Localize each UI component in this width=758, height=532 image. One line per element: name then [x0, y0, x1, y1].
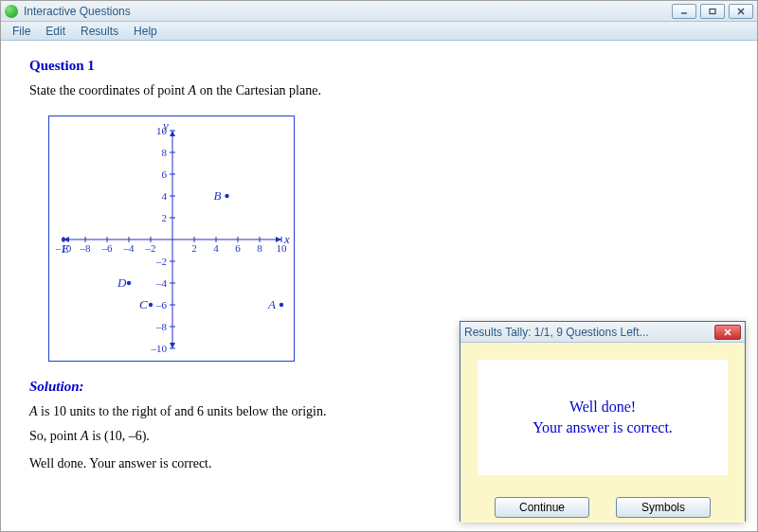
svg-rect-1: [710, 9, 715, 13]
svg-text:A: A: [267, 297, 276, 311]
tally-buttons: Continue Symbols: [460, 492, 745, 523]
svg-text:10: 10: [156, 125, 168, 136]
svg-marker-9: [170, 343, 175, 348]
svg-text:6: 6: [235, 242, 241, 254]
continue-button[interactable]: Continue: [495, 497, 589, 518]
tally-msg-2: Your answer is correct.: [532, 417, 673, 438]
svg-text:–6: –6: [155, 299, 168, 310]
svg-point-56: [149, 303, 153, 307]
svg-text:–4: –4: [155, 277, 168, 289]
results-tally-window: Results Tally: 1/1, 9 Questions Left... …: [460, 321, 746, 522]
svg-text:–4: –4: [123, 242, 135, 254]
svg-text:C: C: [139, 297, 148, 311]
svg-text:–2: –2: [145, 242, 156, 254]
svg-text:–6: –6: [101, 242, 114, 254]
minimize-icon: [679, 8, 689, 15]
svg-text:D: D: [117, 275, 127, 290]
symbols-button[interactable]: Symbols: [616, 497, 711, 518]
svg-text:4: 4: [162, 190, 168, 202]
solution-line1-ptA: A: [29, 404, 38, 418]
svg-text:–10: –10: [151, 343, 168, 354]
svg-text:B: B: [214, 188, 222, 203]
svg-marker-8: [170, 131, 175, 136]
close-button[interactable]: [729, 4, 753, 19]
solution-line2-ptA: A: [81, 429, 89, 443]
close-icon: [723, 328, 732, 336]
svg-text:2: 2: [162, 212, 168, 223]
maximize-icon: [708, 8, 717, 15]
tally-body: Well done! Your answer is correct.: [460, 343, 745, 492]
menu-edit[interactable]: Edit: [38, 23, 73, 40]
menu-file[interactable]: File: [5, 23, 38, 40]
question-prompt-post: on the Cartesian plane.: [196, 83, 321, 98]
svg-text:10: 10: [277, 242, 288, 254]
svg-point-52: [280, 303, 283, 307]
window-title: Interactive Questions: [24, 5, 672, 18]
tally-close-button[interactable]: [714, 325, 741, 340]
question-text: State the coordinates of point A on the …: [29, 83, 729, 98]
close-icon: [736, 8, 746, 15]
question-heading: Question 1: [29, 58, 729, 74]
solution-line1-text: is 10 units to the right of and 6 units …: [38, 404, 327, 418]
svg-text:–8: –8: [80, 242, 92, 254]
svg-text:2: 2: [191, 242, 197, 254]
plot-svg: xy–10–8–6–4–2246810–10–8–6–4–2246810ABCD…: [49, 116, 296, 363]
maximize-button[interactable]: [700, 4, 725, 19]
tally-msg-1: Well done!: [569, 397, 636, 417]
svg-text:E: E: [61, 241, 69, 256]
menu-results[interactable]: Results: [73, 23, 126, 40]
tally-message: Well done! Your answer is correct.: [478, 360, 728, 475]
solution-line2-pre: So, point: [29, 429, 81, 443]
titlebar: Interactive Questions: [1, 1, 757, 22]
svg-text:–8: –8: [155, 321, 168, 332]
tally-title: Results Tally: 1/1, 9 Questions Left...: [464, 326, 714, 339]
svg-text:6: 6: [162, 168, 168, 180]
cartesian-plot: xy–10–8–6–4–2246810–10–8–6–4–2246810ABCD…: [48, 115, 295, 362]
question-prompt-pre: State the coordinates of point: [29, 83, 189, 98]
svg-text:4: 4: [213, 242, 219, 254]
svg-point-58: [127, 281, 131, 285]
app-icon: [5, 5, 18, 18]
svg-text:–2: –2: [155, 256, 167, 267]
solution-line2-post: is (10, –6).: [89, 429, 150, 443]
window-buttons: [672, 4, 753, 19]
menubar: File Edit Results Help: [1, 22, 757, 41]
menu-help[interactable]: Help: [126, 23, 165, 40]
tally-titlebar: Results Tally: 1/1, 9 Questions Left...: [460, 322, 745, 343]
minimize-button[interactable]: [672, 4, 696, 19]
svg-point-54: [225, 194, 228, 198]
svg-text:8: 8: [257, 242, 262, 254]
question-point-label: A: [189, 83, 197, 98]
svg-text:8: 8: [162, 147, 168, 158]
